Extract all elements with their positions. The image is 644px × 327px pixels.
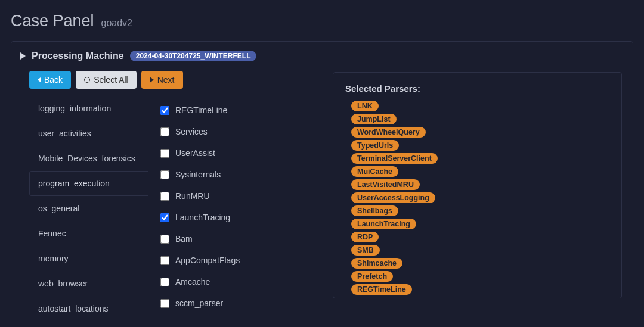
parser-item: Sysinternals xyxy=(160,164,240,185)
parser-label[interactable]: REGTimeLine xyxy=(175,105,227,115)
parser-item: Bam xyxy=(160,228,240,250)
selected-parser-pill[interactable]: LNK xyxy=(351,101,379,111)
circle-icon xyxy=(84,77,90,83)
parser-checkbox-RunMRU[interactable] xyxy=(160,192,169,201)
parser-checkbox-REGTimeLine[interactable] xyxy=(160,106,169,115)
selected-parser-pill[interactable]: LaunchTracing xyxy=(351,219,416,229)
category-tab-logging_information[interactable]: logging_information xyxy=(29,96,148,121)
parser-list: REGTimeLineServicesUserAssistSysinternal… xyxy=(160,96,240,314)
machine-badge: 2024-04-30T204725_WINTERFELL xyxy=(130,51,257,61)
category-tab-program_execution[interactable]: program_execution xyxy=(29,171,148,196)
parser-checkbox-Bam[interactable] xyxy=(160,235,169,244)
selected-parser-pill[interactable]: TerminalServerClient xyxy=(351,153,438,164)
category-tab-Fennec[interactable]: Fennec xyxy=(29,221,148,246)
parser-label[interactable]: AppCompatFlags xyxy=(175,256,240,265)
parser-label[interactable]: Sysinternals xyxy=(175,170,221,179)
parser-item: Services xyxy=(160,121,240,142)
parser-checkbox-UserAssist[interactable] xyxy=(160,149,169,158)
selected-parsers-pills: LNKJumpListWordWheelQueryTypedUrlsTermin… xyxy=(351,101,609,295)
selected-parser-pill[interactable]: RDP xyxy=(351,232,379,242)
parser-item: UserAssist xyxy=(160,142,240,164)
selected-parser-pill[interactable]: TypedUrls xyxy=(351,140,399,151)
selected-parser-pill[interactable]: MuiCache xyxy=(351,166,398,177)
category-tab-memory[interactable]: memory xyxy=(29,246,148,271)
category-tabs: logging_informationuser_activitiesMobile… xyxy=(29,96,148,321)
parser-checkbox-AppCompatFlags[interactable] xyxy=(160,256,169,265)
processing-row[interactable]: Processing Machine 2024-04-30T204725_WIN… xyxy=(20,51,622,61)
play-icon xyxy=(150,77,154,83)
parser-checkbox-Services[interactable] xyxy=(160,127,169,136)
select-all-button-label: Select All xyxy=(94,75,128,85)
selected-parser-pill[interactable]: Prefetch xyxy=(351,271,393,282)
parser-checkbox-LaunchTracing[interactable] xyxy=(160,213,169,222)
page-title: Case Panel xyxy=(11,12,94,30)
parser-item: RunMRU xyxy=(160,185,240,207)
selected-parser-pill[interactable]: Shellbags xyxy=(351,205,398,216)
parser-checkbox-Amcache[interactable] xyxy=(160,278,169,286)
category-tab-web_browser[interactable]: web_browser xyxy=(29,271,148,296)
chevron-left-icon xyxy=(38,77,41,82)
next-button[interactable]: Next xyxy=(141,71,183,89)
parser-label[interactable]: Bam xyxy=(175,234,193,244)
parser-item: sccm_parser xyxy=(160,292,240,314)
selected-parser-pill[interactable]: JumpList xyxy=(351,114,397,124)
parser-checkbox-Sysinternals[interactable] xyxy=(160,170,169,179)
parser-item: Amcache xyxy=(160,271,240,292)
parser-label[interactable]: Services xyxy=(175,127,208,136)
parser-item: REGTimeLine xyxy=(160,99,240,121)
parser-label[interactable]: RunMRU xyxy=(175,191,210,201)
select-all-button[interactable]: Select All xyxy=(76,71,137,89)
main-panel: Processing Machine 2024-04-30T204725_WIN… xyxy=(11,41,633,327)
category-tab-autostart_locations[interactable]: autostart_locations xyxy=(29,296,148,321)
selected-parsers-title: Selected Parsers: xyxy=(345,83,609,94)
next-button-label: Next xyxy=(157,75,175,85)
back-button[interactable]: Back xyxy=(29,71,71,89)
selected-parser-pill[interactable]: Shimcache xyxy=(351,258,402,269)
selected-parser-pill[interactable]: UserAccessLogging xyxy=(351,192,435,203)
parser-label[interactable]: LaunchTracing xyxy=(175,213,230,222)
parser-item: LaunchTracing xyxy=(160,207,240,228)
category-tab-os_general[interactable]: os_general xyxy=(29,196,148,221)
parser-item: AppCompatFlags xyxy=(160,250,240,271)
category-tab-user_activities[interactable]: user_activities xyxy=(29,121,148,146)
case-name: goadv2 xyxy=(101,18,132,29)
parser-label[interactable]: sccm_parser xyxy=(175,298,223,308)
parser-checkbox-sccm_parser[interactable] xyxy=(160,299,169,308)
back-button-label: Back xyxy=(44,75,63,85)
selected-parsers-panel: Selected Parsers: LNKJumpListWordWheelQu… xyxy=(333,72,622,298)
header: Case Panel goadv2 xyxy=(0,0,644,41)
parser-label[interactable]: UserAssist xyxy=(175,148,215,158)
selected-parser-pill[interactable]: LastVisitedMRU xyxy=(351,179,420,190)
processing-label: Processing Machine xyxy=(32,51,124,61)
caret-right-icon xyxy=(20,52,26,60)
category-tab-Mobile_Devices_forensics[interactable]: Mobile_Devices_forensics xyxy=(29,146,148,171)
parser-label[interactable]: Amcache xyxy=(175,277,210,286)
selected-parser-pill[interactable]: WordWheelQuery xyxy=(351,127,426,138)
selected-parser-pill[interactable]: SMB xyxy=(351,245,380,256)
content-row: logging_informationuser_activitiesMobile… xyxy=(20,96,622,321)
selected-parser-pill[interactable]: REGTimeLine xyxy=(351,284,412,295)
